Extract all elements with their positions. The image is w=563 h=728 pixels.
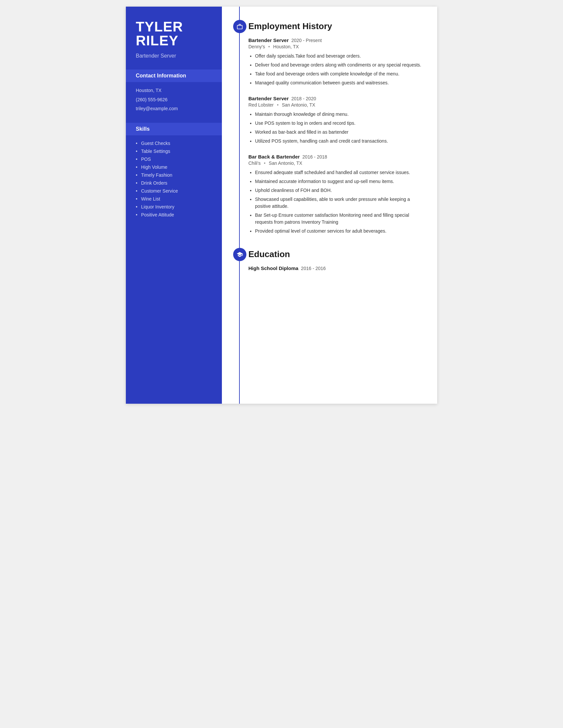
skill-item: POS (136, 157, 212, 162)
edu-years: 2016 - 2016 (301, 266, 326, 271)
job-years: 2020 - Present (292, 38, 322, 43)
job-item: Bar Back & Bartender2016 - 2018Chili's •… (248, 154, 424, 235)
contact-location: Houston, TX (136, 87, 212, 94)
job-item: Bartender Server2020 - PresentDenny's • … (248, 37, 424, 86)
job-bullet-item: Use POS system to log in orders and reco… (255, 120, 424, 127)
education-item: High School Diploma2016 - 2016 (248, 265, 424, 271)
job-title-text: Bar Back & Bartender (248, 154, 300, 159)
employment-icon (233, 20, 246, 33)
job-company: Red Lobster • San Antonio, TX (248, 102, 424, 108)
main-content: Employment History Bartender Server2020 … (222, 7, 437, 404)
job-bullet-item: Uphold cleanliness of FOH and BOH. (255, 187, 424, 194)
candidate-title: Bartender Server (136, 53, 212, 59)
briefcase-icon (236, 23, 243, 30)
sidebar: TYLER RILEY Bartender Server Contact Inf… (126, 7, 222, 404)
skill-item: Timely Fashion (136, 172, 212, 178)
job-years: 2016 - 2018 (303, 154, 327, 159)
employment-section: Employment History Bartender Server2020 … (228, 20, 424, 235)
graduation-icon (236, 251, 243, 258)
contact-info-section: Houston, TX (260) 555-9626 triley@exampl… (136, 87, 212, 112)
job-company: Chili's • San Antonio, TX (248, 160, 424, 166)
skill-item: Table Settings (136, 149, 212, 154)
job-bullet-item: Ensured adequate staff scheduled and han… (255, 169, 424, 176)
job-title-text: Bartender Server (248, 96, 289, 101)
job-bullets-list: Offer daily specials.Take food and bever… (248, 53, 424, 86)
skill-item: Wine List (136, 196, 212, 202)
job-bullet-item: Provided optimal level of customer servi… (255, 228, 424, 235)
skills-header: Skills (126, 123, 222, 135)
degree-name: High School Diploma (248, 265, 299, 271)
resume-document: TYLER RILEY Bartender Server Contact Inf… (126, 7, 437, 404)
job-bullets-list: Ensured adequate staff scheduled and han… (248, 169, 424, 235)
skills-list: Guest ChecksTable SettingsPOSHigh Volume… (136, 141, 212, 217)
job-company: Denny's • Houston, TX (248, 44, 424, 49)
job-title-text: Bartender Server (248, 37, 289, 43)
skill-item: Drink Orders (136, 180, 212, 186)
job-bullets-list: Maintain thorough knowledge of dining me… (248, 111, 424, 145)
education-section: Education High School Diploma2016 - 2016 (228, 248, 424, 271)
job-title: Bartender Server2020 - Present (248, 37, 424, 43)
job-bullet-item: Deliver food and beverage orders along w… (255, 62, 424, 68)
job-years: 2018 - 2020 (292, 96, 316, 101)
candidate-name: TYLER RILEY (136, 20, 212, 48)
job-bullet-item: Maintain thorough knowledge of dining me… (255, 111, 424, 118)
job-item: Bartender Server2018 - 2020Red Lobster •… (248, 96, 424, 145)
job-bullet-item: Managed quality communication between gu… (255, 79, 424, 86)
skill-item: Guest Checks (136, 141, 212, 146)
last-name: RILEY (136, 33, 178, 48)
job-bullet-item: Bar Set-up Ensure customer satisfaction … (255, 212, 424, 226)
job-bullet-item: Worked as bar-back and filled in as bart… (255, 129, 424, 136)
education-title: Education (248, 248, 424, 259)
skill-item: Liquor Inventory (136, 204, 212, 209)
contact-email: triley@example.com (136, 106, 212, 112)
job-bullet-item: Showcased upsell capabilities, able to w… (255, 196, 424, 210)
skill-item: Customer Service (136, 188, 212, 194)
job-title: Bar Back & Bartender2016 - 2018 (248, 154, 424, 159)
job-title: Bartender Server2018 - 2020 (248, 96, 424, 101)
job-bullet-item: Utilized POS system, handling cash and c… (255, 138, 424, 145)
jobs-container: Bartender Server2020 - PresentDenny's • … (248, 37, 424, 235)
education-icon (233, 248, 246, 261)
education-items-container: High School Diploma2016 - 2016 (248, 265, 424, 271)
skill-item: Positive Attitude (136, 212, 212, 217)
job-bullet-item: Offer daily specials.Take food and bever… (255, 53, 424, 60)
skill-item: High Volume (136, 164, 212, 170)
contact-info-header: Contact Information (126, 69, 222, 82)
skills-section: Guest ChecksTable SettingsPOSHigh Volume… (136, 141, 212, 217)
contact-phone: (260) 555-9626 (136, 97, 212, 103)
first-name: TYLER (136, 19, 183, 34)
job-bullet-item: Maintained accurate information to sugge… (255, 178, 424, 185)
employment-title: Employment History (248, 20, 424, 31)
job-bullet-item: Take food and beverage orders with compl… (255, 70, 424, 77)
